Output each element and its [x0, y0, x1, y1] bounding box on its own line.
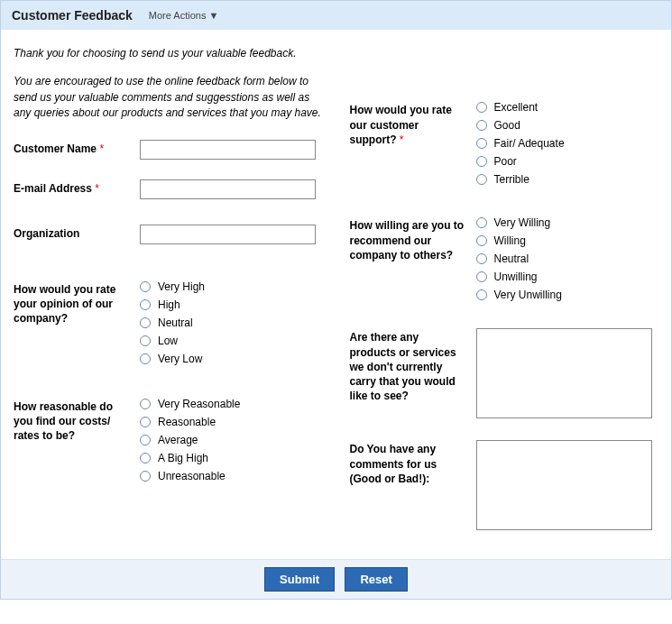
customer-name-field: Customer Name * [14, 140, 323, 160]
radio-icon[interactable] [476, 156, 487, 167]
recommend-field: How willing are you to recommend our com… [350, 216, 659, 301]
right-column: How would you rate our customer support?… [350, 74, 659, 550]
radio-icon[interactable] [476, 174, 487, 185]
products-textarea[interactable] [476, 328, 652, 418]
support-field: How would you rate our customer support?… [350, 101, 659, 186]
costs-option-label: Average [158, 434, 198, 446]
support-radio-group: Excellent Good Fair/ Adequate Poor Terri… [476, 101, 565, 186]
opinion-option[interactable]: Very Low [140, 353, 205, 365]
opinion-option[interactable]: High [140, 298, 205, 311]
comments-label: Do You have any comments for us (Good or… [350, 440, 467, 486]
recommend-radio-group: Very Willing Willing Neutral Unwilling V… [476, 216, 562, 301]
customer-name-label-text: Customer Name [14, 142, 97, 155]
opinion-option[interactable]: Very High [140, 280, 205, 293]
radio-icon[interactable] [140, 281, 151, 292]
radio-icon[interactable] [476, 217, 487, 228]
form-body: Thank you for choosing to send us your v… [1, 30, 671, 559]
radio-icon[interactable] [140, 299, 151, 310]
support-label: How would you rate our customer support?… [350, 101, 467, 147]
radio-icon[interactable] [140, 353, 151, 364]
footer-bar: Submit Reset [1, 559, 671, 599]
support-option[interactable]: Good [476, 119, 565, 132]
organization-input[interactable] [140, 225, 316, 244]
customer-name-input[interactable] [140, 140, 316, 160]
recommend-option[interactable]: Unwilling [476, 271, 562, 283]
costs-option[interactable]: Reasonable [140, 416, 240, 428]
costs-option[interactable]: Very Reasonable [140, 398, 240, 410]
organization-label: Organization [14, 225, 131, 241]
costs-option-label: A Big High [158, 452, 208, 464]
recommend-option[interactable]: Very Willing [476, 216, 562, 229]
radio-icon[interactable] [476, 235, 487, 246]
recommend-option[interactable]: Very Unwilling [476, 289, 562, 301]
comments-field: Do You have any comments for us (Good or… [350, 440, 659, 530]
radio-icon[interactable] [140, 435, 151, 445]
comments-textarea[interactable] [476, 440, 652, 530]
recommend-option-label: Very Unwilling [494, 289, 562, 301]
recommend-option[interactable]: Willing [476, 234, 562, 247]
radio-icon[interactable] [140, 471, 151, 482]
email-label: E-mail Address * [14, 179, 131, 196]
costs-option[interactable]: Unreasonable [140, 470, 240, 482]
support-option-label: Fair/ Adequate [494, 137, 565, 150]
opinion-option-label: High [158, 298, 180, 311]
support-option-label: Good [494, 119, 520, 132]
support-option[interactable]: Excellent [476, 101, 565, 114]
costs-field: How reasonable do you find our costs/ ra… [14, 398, 323, 482]
support-option-label: Poor [494, 155, 517, 168]
support-option-label: Terrible [494, 173, 529, 186]
opinion-radio-group: Very High High Neutral Low Very Low [140, 280, 205, 365]
radio-icon[interactable] [140, 335, 151, 346]
page-title: Customer Feedback [12, 8, 133, 23]
required-marker: * [95, 182, 99, 195]
costs-label: How reasonable do you find our costs/ ra… [14, 398, 131, 444]
email-input[interactable] [140, 179, 316, 199]
costs-option[interactable]: A Big High [140, 452, 240, 464]
radio-icon[interactable] [140, 399, 151, 409]
products-label: Are there any products or services we do… [350, 328, 467, 403]
opinion-option-label: Neutral [158, 317, 193, 329]
products-field: Are there any products or services we do… [350, 328, 659, 418]
opinion-option-label: Low [158, 335, 178, 347]
radio-icon[interactable] [476, 102, 487, 113]
recommend-option-label: Neutral [494, 252, 529, 265]
left-column: You are encouraged to use the online fee… [14, 74, 323, 550]
support-option[interactable]: Poor [476, 155, 565, 168]
recommend-option-label: Very Willing [494, 216, 551, 229]
costs-option[interactable]: Average [140, 434, 240, 446]
recommend-option[interactable]: Neutral [476, 252, 562, 265]
submit-button[interactable]: Submit [264, 567, 335, 592]
intro-text-2: You are encouraged to use the online fee… [14, 74, 323, 121]
radio-icon[interactable] [476, 271, 487, 282]
intro-text-1: Thank you for choosing to send us your v… [14, 46, 320, 61]
radio-icon[interactable] [140, 417, 151, 427]
opinion-option-label: Very High [158, 280, 205, 293]
email-field: E-mail Address * [14, 179, 323, 199]
support-option[interactable]: Terrible [476, 173, 565, 186]
support-option[interactable]: Fair/ Adequate [476, 137, 565, 150]
radio-icon[interactable] [140, 317, 151, 328]
radio-icon[interactable] [476, 120, 487, 131]
costs-option-label: Very Reasonable [158, 398, 240, 410]
radio-icon[interactable] [140, 453, 151, 463]
header-bar: Customer Feedback More Actions ▼ [1, 1, 671, 30]
form-frame: Customer Feedback More Actions ▼ Thank y… [0, 0, 672, 600]
recommend-option-label: Unwilling [494, 271, 538, 283]
required-marker: * [400, 133, 404, 146]
radio-icon[interactable] [476, 138, 487, 149]
required-marker: * [99, 142, 104, 155]
costs-option-label: Reasonable [158, 416, 216, 428]
radio-icon[interactable] [476, 253, 487, 264]
opinion-option-label: Very Low [158, 353, 202, 365]
opinion-option[interactable]: Low [140, 335, 205, 347]
costs-radio-group: Very Reasonable Reasonable Average A Big… [140, 398, 240, 482]
opinion-label: How would you rate your opinion of our c… [14, 280, 131, 326]
reset-button[interactable]: Reset [345, 567, 407, 592]
opinion-field: How would you rate your opinion of our c… [14, 280, 323, 365]
radio-icon[interactable] [476, 289, 487, 300]
recommend-option-label: Willing [494, 234, 526, 247]
opinion-option[interactable]: Neutral [140, 317, 205, 329]
more-actions-menu[interactable]: More Actions ▼ [149, 10, 219, 21]
email-label-text: E-mail Address [14, 182, 92, 195]
support-option-label: Excellent [494, 101, 539, 114]
